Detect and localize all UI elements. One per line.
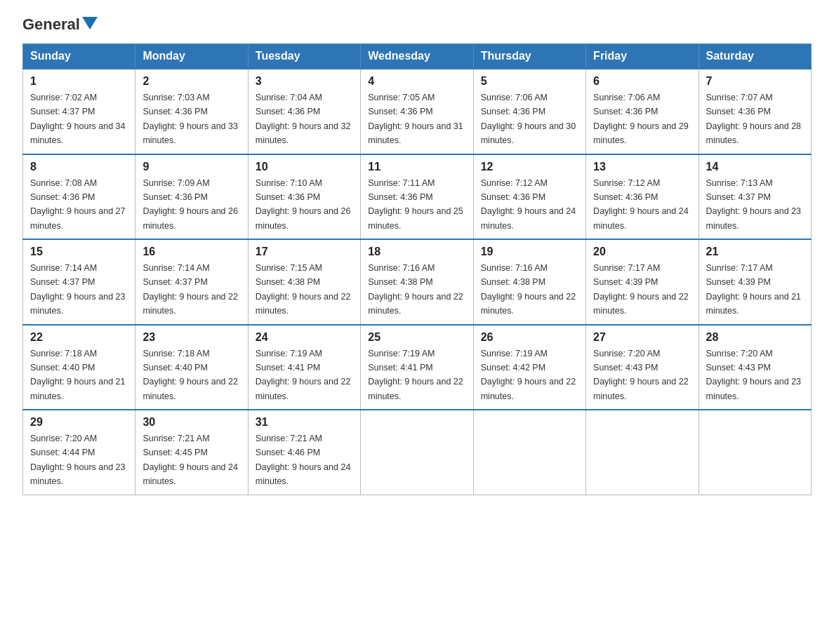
calendar-cell: 17Sunrise: 7:15 AMSunset: 4:38 PMDayligh… [248, 239, 360, 325]
calendar-cell [361, 410, 473, 495]
day-number: 24 [256, 331, 353, 344]
day-number: 10 [256, 161, 353, 173]
day-info: Sunrise: 7:12 AMSunset: 4:36 PMDaylight:… [593, 178, 689, 231]
calendar-cell: 26Sunrise: 7:19 AMSunset: 4:42 PMDayligh… [473, 325, 585, 410]
day-info: Sunrise: 7:19 AMSunset: 4:41 PMDaylight:… [256, 349, 351, 401]
day-number: 20 [593, 246, 691, 258]
week-row-2: 8Sunrise: 7:08 AMSunset: 4:36 PMDaylight… [23, 154, 812, 240]
day-number: 7 [706, 75, 804, 88]
calendar-cell: 12Sunrise: 7:12 AMSunset: 4:36 PMDayligh… [473, 154, 585, 240]
calendar-cell: 10Sunrise: 7:10 AMSunset: 4:36 PMDayligh… [248, 154, 360, 240]
day-number: 8 [30, 161, 128, 173]
day-info: Sunrise: 7:21 AMSunset: 4:46 PMDaylight:… [256, 434, 351, 486]
day-number: 4 [368, 75, 465, 88]
day-info: Sunrise: 7:18 AMSunset: 4:40 PMDaylight:… [30, 349, 126, 401]
day-info: Sunrise: 7:14 AMSunset: 4:37 PMDaylight:… [30, 263, 126, 316]
day-number: 21 [706, 246, 804, 258]
day-number: 12 [481, 161, 578, 173]
calendar-cell: 4Sunrise: 7:05 AMSunset: 4:36 PMDaylight… [361, 69, 473, 154]
page-header: General [22, 17, 812, 32]
day-number: 3 [256, 75, 353, 88]
day-info: Sunrise: 7:20 AMSunset: 4:43 PMDaylight:… [706, 349, 802, 401]
calendar-cell: 16Sunrise: 7:14 AMSunset: 4:37 PMDayligh… [135, 239, 248, 325]
day-number: 22 [30, 331, 128, 344]
calendar-cell: 7Sunrise: 7:07 AMSunset: 4:36 PMDaylight… [699, 69, 811, 154]
calendar-cell: 30Sunrise: 7:21 AMSunset: 4:45 PMDayligh… [135, 410, 248, 495]
day-info: Sunrise: 7:11 AMSunset: 4:36 PMDaylight:… [368, 178, 463, 231]
calendar-cell: 28Sunrise: 7:20 AMSunset: 4:43 PMDayligh… [699, 325, 811, 410]
week-row-5: 29Sunrise: 7:20 AMSunset: 4:44 PMDayligh… [23, 410, 812, 495]
day-info: Sunrise: 7:17 AMSunset: 4:39 PMDaylight:… [706, 263, 802, 316]
day-info: Sunrise: 7:16 AMSunset: 4:38 PMDaylight:… [368, 263, 463, 316]
week-row-1: 1Sunrise: 7:02 AMSunset: 4:37 PMDaylight… [23, 69, 812, 154]
calendar-cell: 11Sunrise: 7:11 AMSunset: 4:36 PMDayligh… [361, 154, 473, 240]
day-info: Sunrise: 7:10 AMSunset: 4:36 PMDaylight:… [256, 178, 351, 231]
calendar-cell: 19Sunrise: 7:16 AMSunset: 4:38 PMDayligh… [473, 239, 585, 325]
day-number: 23 [143, 331, 240, 344]
day-info: Sunrise: 7:08 AMSunset: 4:36 PMDaylight:… [30, 178, 126, 231]
calendar-cell [473, 410, 585, 495]
day-number: 14 [706, 161, 804, 173]
day-info: Sunrise: 7:06 AMSunset: 4:36 PMDaylight:… [593, 93, 689, 145]
calendar-cell: 29Sunrise: 7:20 AMSunset: 4:44 PMDayligh… [23, 410, 135, 495]
logo-text-general: General [22, 17, 80, 32]
calendar-cell: 25Sunrise: 7:19 AMSunset: 4:41 PMDayligh… [361, 325, 473, 410]
calendar-cell: 22Sunrise: 7:18 AMSunset: 4:40 PMDayligh… [23, 325, 135, 410]
calendar-cell: 1Sunrise: 7:02 AMSunset: 4:37 PMDaylight… [23, 69, 135, 154]
day-info: Sunrise: 7:19 AMSunset: 4:41 PMDaylight:… [368, 349, 463, 401]
day-number: 17 [256, 246, 353, 258]
calendar-cell: 18Sunrise: 7:16 AMSunset: 4:38 PMDayligh… [361, 239, 473, 325]
col-header-saturday: Saturday [699, 44, 811, 69]
calendar-cell [586, 410, 699, 495]
calendar-cell: 9Sunrise: 7:09 AMSunset: 4:36 PMDaylight… [135, 154, 248, 240]
calendar-cell: 5Sunrise: 7:06 AMSunset: 4:36 PMDaylight… [473, 69, 585, 154]
col-header-monday: Monday [135, 44, 248, 69]
day-number: 11 [368, 161, 465, 173]
day-info: Sunrise: 7:13 AMSunset: 4:37 PMDaylight:… [706, 178, 802, 231]
day-info: Sunrise: 7:09 AMSunset: 4:36 PMDaylight:… [143, 178, 238, 231]
calendar-cell: 15Sunrise: 7:14 AMSunset: 4:37 PMDayligh… [23, 239, 135, 325]
day-info: Sunrise: 7:16 AMSunset: 4:38 PMDaylight:… [481, 263, 576, 316]
day-info: Sunrise: 7:05 AMSunset: 4:36 PMDaylight:… [368, 93, 463, 145]
col-header-sunday: Sunday [23, 44, 135, 69]
day-info: Sunrise: 7:21 AMSunset: 4:45 PMDaylight:… [143, 434, 238, 486]
day-number: 18 [368, 246, 465, 258]
day-number: 5 [481, 75, 578, 88]
day-number: 25 [368, 331, 465, 344]
svg-marker-0 [82, 17, 98, 29]
day-info: Sunrise: 7:18 AMSunset: 4:40 PMDaylight:… [143, 349, 238, 401]
calendar-cell: 2Sunrise: 7:03 AMSunset: 4:36 PMDaylight… [135, 69, 248, 154]
calendar-cell [699, 410, 811, 495]
day-info: Sunrise: 7:07 AMSunset: 4:36 PMDaylight:… [706, 93, 802, 145]
day-info: Sunrise: 7:02 AMSunset: 4:37 PMDaylight:… [30, 93, 126, 145]
day-number: 26 [481, 331, 578, 344]
calendar-table: SundayMondayTuesdayWednesdayThursdayFrid… [22, 43, 812, 495]
day-info: Sunrise: 7:17 AMSunset: 4:39 PMDaylight:… [593, 263, 689, 316]
col-header-friday: Friday [586, 44, 699, 69]
logo: General [22, 17, 98, 32]
calendar-cell: 31Sunrise: 7:21 AMSunset: 4:46 PMDayligh… [248, 410, 360, 495]
col-header-tuesday: Tuesday [248, 44, 360, 69]
calendar-cell: 14Sunrise: 7:13 AMSunset: 4:37 PMDayligh… [699, 154, 811, 240]
day-number: 29 [30, 416, 128, 429]
calendar-cell: 13Sunrise: 7:12 AMSunset: 4:36 PMDayligh… [586, 154, 699, 240]
calendar-cell: 24Sunrise: 7:19 AMSunset: 4:41 PMDayligh… [248, 325, 360, 410]
week-row-4: 22Sunrise: 7:18 AMSunset: 4:40 PMDayligh… [23, 325, 812, 410]
day-info: Sunrise: 7:15 AMSunset: 4:38 PMDaylight:… [256, 263, 351, 316]
calendar-cell: 20Sunrise: 7:17 AMSunset: 4:39 PMDayligh… [586, 239, 699, 325]
calendar-cell: 3Sunrise: 7:04 AMSunset: 4:36 PMDaylight… [248, 69, 360, 154]
day-number: 16 [143, 246, 240, 258]
calendar-cell: 8Sunrise: 7:08 AMSunset: 4:36 PMDaylight… [23, 154, 135, 240]
day-number: 30 [143, 416, 240, 429]
calendar-cell: 27Sunrise: 7:20 AMSunset: 4:43 PMDayligh… [586, 325, 699, 410]
day-number: 15 [30, 246, 128, 258]
day-number: 2 [143, 75, 240, 88]
day-number: 1 [30, 75, 128, 88]
day-info: Sunrise: 7:06 AMSunset: 4:36 PMDaylight:… [481, 93, 576, 145]
col-header-wednesday: Wednesday [361, 44, 473, 69]
day-info: Sunrise: 7:14 AMSunset: 4:37 PMDaylight:… [143, 263, 238, 316]
day-number: 27 [593, 331, 691, 344]
day-info: Sunrise: 7:20 AMSunset: 4:43 PMDaylight:… [593, 349, 689, 401]
day-info: Sunrise: 7:03 AMSunset: 4:36 PMDaylight:… [143, 93, 238, 145]
day-number: 19 [481, 246, 578, 258]
